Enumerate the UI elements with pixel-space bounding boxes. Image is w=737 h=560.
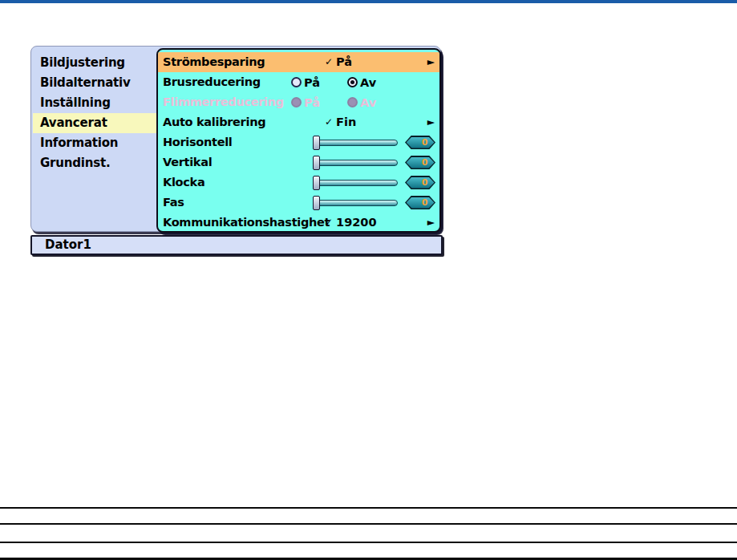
table-rule <box>0 558 737 560</box>
sidebar-item-avancerat[interactable]: Avancerat <box>33 113 156 133</box>
row-klocka[interactable]: Klocka 0 <box>158 172 439 193</box>
row-horisontell[interactable]: Horisontell 0 <box>158 132 439 152</box>
osd-menu: Bildjustering Bildalternativ Inställning… <box>30 46 441 232</box>
checkmark-icon: ✓ <box>325 213 333 233</box>
row-value: ✓ 19200 <box>325 213 377 233</box>
source-label: Dator1 <box>45 237 91 252</box>
radio-label: På <box>304 76 320 89</box>
row-auto-kalibrering[interactable]: Auto kalibrering ✓ Fin ► <box>158 112 439 132</box>
radio-option-pa-disabled: På <box>291 92 320 112</box>
radio-disabled-icon <box>291 97 302 108</box>
arrow-right-icon: ► <box>427 112 435 132</box>
row-vertikal[interactable]: Vertikal 0 <box>158 152 439 172</box>
source-indicator-bar: Dator1 <box>30 235 443 255</box>
slider-handle[interactable] <box>313 196 320 210</box>
radio-label: Av <box>360 76 376 89</box>
sidebar-item-information[interactable]: Information <box>33 133 156 153</box>
arrow-right-icon: ► <box>427 52 435 72</box>
value-badge: 0 <box>405 136 435 149</box>
table-rule <box>0 507 737 509</box>
row-brusreducering[interactable]: Brusreducering På Av <box>158 72 439 92</box>
value-text: 0 <box>407 157 435 168</box>
arrow-right-icon: ► <box>427 213 435 233</box>
slider-handle[interactable] <box>313 156 320 170</box>
manual-page: Bildjustering Bildalternativ Inställning… <box>0 0 737 560</box>
radio-disabled-icon <box>347 97 358 108</box>
radio-on-icon <box>347 77 358 87</box>
value-text: 0 <box>407 177 435 189</box>
row-label: Fas <box>163 193 184 213</box>
row-kommunikationshastighet[interactable]: Kommunikationshastighet ✓ 19200 ► <box>158 213 439 233</box>
row-label: Klocka <box>163 172 204 193</box>
sidebar-item-installning[interactable]: Inställning <box>33 93 156 113</box>
value-text: 0 <box>407 137 435 148</box>
radio-off-icon <box>291 77 302 87</box>
row-value-text: Fin <box>336 112 356 132</box>
row-label: Flimmerreducering <box>163 92 284 112</box>
slider-track[interactable] <box>314 200 398 206</box>
row-flimmerreducering: Flimmerreducering På Av <box>158 92 439 112</box>
slider-handle[interactable] <box>313 176 320 190</box>
value-badge: 0 <box>405 196 435 209</box>
menu-sidebar: Bildjustering Bildalternativ Inställning… <box>31 53 156 173</box>
radio-option-av[interactable]: Av <box>347 72 376 92</box>
row-label: Strömbesparing <box>163 52 265 72</box>
row-value: ✓ På <box>325 52 352 72</box>
slider-track[interactable] <box>314 180 398 186</box>
value-badge: 0 <box>405 176 435 189</box>
radio-option-pa[interactable]: På <box>291 72 320 92</box>
radio-label: På <box>304 96 320 109</box>
row-label: Horisontell <box>163 132 233 152</box>
slider-handle[interactable] <box>313 136 320 150</box>
checkmark-icon: ✓ <box>325 52 333 72</box>
sidebar-item-bildjustering[interactable]: Bildjustering <box>33 53 156 73</box>
radio-option-av-disabled: Av <box>347 92 376 112</box>
row-label: Vertikal <box>163 152 212 172</box>
table-rule <box>0 523 737 525</box>
row-value-text: 19200 <box>336 213 376 233</box>
slider-track[interactable] <box>314 160 398 166</box>
row-label: Brusreducering <box>163 72 261 92</box>
row-fas[interactable]: Fas 0 <box>158 193 439 213</box>
row-value: ✓ Fin <box>325 112 356 132</box>
sidebar-item-bildalternativ[interactable]: Bildalternativ <box>33 73 156 93</box>
slider-track[interactable] <box>314 140 398 146</box>
page-top-rule <box>0 0 737 3</box>
radio-label: Av <box>360 96 376 109</box>
value-text: 0 <box>407 197 435 209</box>
table-rule <box>0 542 737 543</box>
row-strombesparing[interactable]: Strömbesparing ✓ På ► <box>158 52 439 72</box>
checkmark-icon: ✓ <box>325 112 333 132</box>
row-label: Kommunikationshastighet <box>163 213 330 233</box>
submenu-panel: Strömbesparing ✓ På ► Brusreducering På … <box>156 48 441 233</box>
value-badge: 0 <box>405 156 435 169</box>
row-value-text: På <box>336 52 352 72</box>
sidebar-item-grundinst[interactable]: Grundinst. <box>33 153 156 173</box>
row-label: Auto kalibrering <box>163 112 265 132</box>
